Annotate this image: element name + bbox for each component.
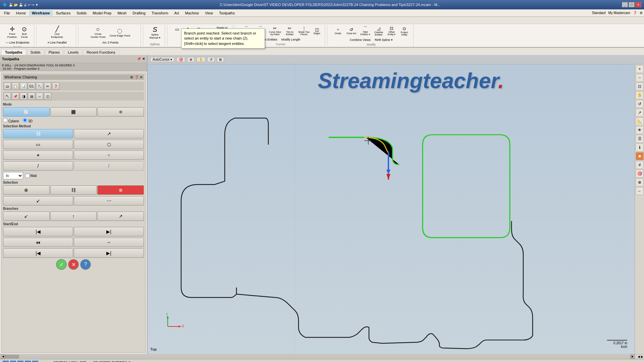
spline-manual-button[interactable]: S SplineManual ▾ [148,25,162,40]
circle-center-button[interactable]: ○ CircleCenter Point [89,25,107,40]
rectangle-button[interactable]: ▭ [172,26,182,33]
chain-select-button[interactable]: ⛓ [3,129,73,138]
partial-chain-button[interactable]: / [3,161,73,171]
step-back-button[interactable]: ⏮ [3,238,73,247]
rt-zoom-fit[interactable]: ⊡ [636,82,644,90]
menu-art[interactable]: Art [172,10,182,16]
hash-5[interactable]: #5 [32,361,38,362]
menu-wireframe[interactable]: Wireframe [29,10,53,16]
branch-left-button[interactable]: ↙ [3,212,50,221]
tab-toolpaths[interactable]: Toolpaths [1,49,26,55]
tab-planes[interactable]: Planes [45,49,64,55]
hash-3[interactable]: #3 [17,361,23,362]
wc-toolbar-btn-1[interactable]: 🗂 [4,82,11,90]
menu-transform[interactable]: Transform [149,10,171,16]
rt-back[interactable]: ← [636,187,644,195]
go-start-button[interactable]: |◀ [3,227,73,236]
menu-view[interactable]: View [202,10,216,16]
line-button[interactable]: ╱ LineEndpoints [49,25,65,40]
menu-drafting[interactable]: Drafting [130,10,148,16]
wc-toolbar-btn-3[interactable]: 📊 [20,82,27,90]
go-end-button[interactable]: ▶| [74,227,144,236]
chamfer-button[interactable]: ◿ ChamferEntities [373,25,385,37]
partial-chain-2-button[interactable]: / [74,161,144,171]
select-chain-button[interactable]: ⛓ [50,185,97,195]
modify-length-button[interactable]: Modify Length [280,37,302,42]
close-arc-button[interactable]: ↺ Close Arc [345,26,358,36]
tab-levels[interactable]: Levels [64,49,82,55]
hash-4[interactable]: #4 [25,361,31,362]
wait-label[interactable]: Wait [25,174,37,178]
in-dropdown[interactable]: In [3,172,23,179]
offset-button[interactable]: ⊡ OffsetEntity ▾ [386,25,398,37]
3d-radio-label[interactable]: 3D [23,118,33,123]
deselect-button[interactable]: ⊗ [97,185,144,195]
next-button[interactable]: ▶| [74,248,144,258]
tab-recent-functions[interactable]: Recent Functions [83,49,119,55]
rt-properties[interactable]: ℹ [636,143,644,152]
help-icon[interactable]: ❓ [633,11,637,15]
menu-solids[interactable]: Solids [74,10,89,16]
menu-toolpaths[interactable]: Toolpaths [216,10,237,16]
rt-active[interactable]: ■ [636,152,644,160]
cancel-button[interactable]: ✕ [68,259,79,270]
panel-close-button[interactable]: ✕ [142,57,145,61]
arc-3points-button[interactable]: Arc 3 Points [101,40,120,45]
titlebar-controls[interactable]: _ □ ✕ [622,2,641,7]
menu-modelprep[interactable]: Model Prep [90,10,114,16]
rt-grid[interactable]: # [636,161,644,169]
rt-select[interactable]: ↗ [636,109,644,117]
horizontal-scrollbar[interactable]: ◀ ▶ ◀ ▶ [0,354,644,359]
wc-tb2-btn-1[interactable]: ⛏ [4,93,11,100]
menu-home[interactable]: Home [13,10,29,16]
cplane-radio[interactable] [3,118,7,122]
refit-spline-button[interactable]: Refit Spline ▾ [373,38,394,42]
menu-mesh[interactable]: Mesh [115,10,129,16]
viewport[interactable]: AutoCursor ▾ 🎯 ⊕ ✋ ↺ ⊞ Streamingteacher. [148,55,644,354]
rt-layers[interactable]: ☰ [636,135,644,143]
add-entity-button[interactable]: + [74,150,144,160]
menu-file[interactable]: File [1,10,13,16]
wc-close-button[interactable]: ✕ [140,75,143,79]
rt-measure[interactable]: 📐 [636,117,644,125]
single-select-button[interactable]: ↗ [74,129,144,138]
menu-machine[interactable]: Machine [182,10,202,16]
window-select-button[interactable]: ▭ [3,140,73,149]
branch-right-button[interactable]: ↗ [97,212,144,221]
rt-zoom-out[interactable]: − [636,74,644,82]
3d-radio[interactable] [23,118,27,122]
cad-canvas[interactable] [148,55,644,354]
wc-toolbar-btn-2[interactable]: 📋 [12,82,19,90]
ok-button[interactable]: ✓ [56,259,67,270]
select-partial-button[interactable]: ↙ [3,196,73,205]
bolt-circle-button[interactable]: ⊙ BoltCircle [19,25,29,40]
wc-tb2-btn-3[interactable]: ◨ [20,93,27,100]
polygon-select-button[interactable]: ⬡ [74,140,144,149]
circle-edge-button[interactable]: ◌ Circle Edge Point [108,27,132,38]
curve-slice-button[interactable]: ✂ Curve Sliceby Plane [267,25,283,37]
rt-origin[interactable]: ⊕ [636,178,644,186]
wc-options-button[interactable]: ⚙ [130,75,133,79]
mode-2d-button[interactable]: ⬜ [3,107,50,117]
prev-button[interactable]: |◀ [3,248,73,258]
wc-toolbar-btn-4[interactable]: G1 [28,82,35,90]
line-perpendicular-button[interactable]: ⊥ Line Perpendicular [41,46,73,47]
wc-toolbar-btn-7[interactable]: ❓ [52,82,59,90]
wc-tb2-btn-4[interactable]: ▤ [28,93,35,100]
tab-solids[interactable]: Solids [27,49,44,55]
scroll-arrows[interactable]: ◀ ▶ [638,355,643,358]
mode-3d-button[interactable]: ⬛ [50,107,97,117]
break-two-button[interactable]: ⋮ Break TwoPieces [297,25,311,37]
line-endpoints-button[interactable]: — Line Endpoints [4,40,31,45]
divide-button[interactable]: ÷ Divide [332,26,344,36]
project-button[interactable]: ⊙ ProjectEntity [398,25,411,37]
rt-pan[interactable]: ✋ [636,91,644,99]
rt-rotate[interactable]: ↺ [636,100,644,108]
wc-help-button[interactable]: ❓ [135,75,139,79]
hash-2[interactable]: #2 [10,361,16,362]
mode-settings-button[interactable]: ⚙ [97,107,144,117]
rt-display[interactable]: 👁 [636,126,644,134]
wc-tb2-btn-2[interactable]: 📌 [12,93,19,100]
cplane-radio-label[interactable]: Cplane [3,118,19,123]
minimize-button[interactable]: _ [622,2,628,7]
